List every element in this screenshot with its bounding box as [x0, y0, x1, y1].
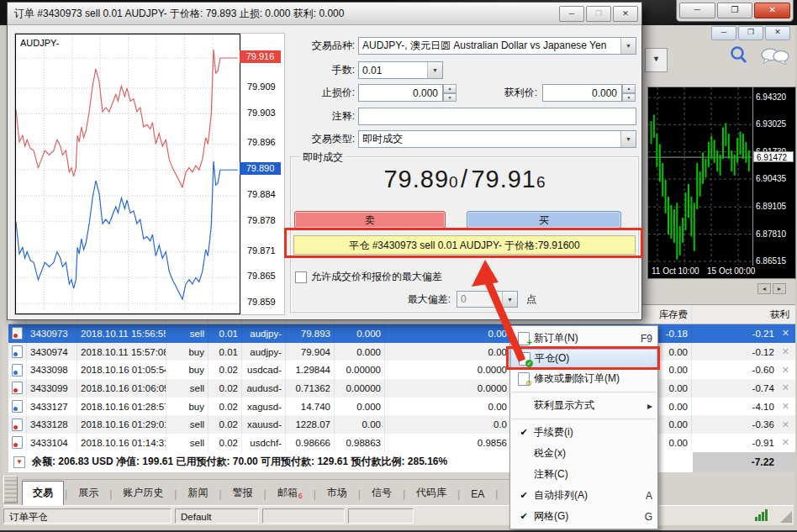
tab-label: 新闻	[187, 487, 208, 498]
profit-value: -0.21	[752, 329, 774, 339]
tab-邮箱[interactable]: 邮箱6	[267, 482, 313, 505]
order-type-select[interactable]: 即时成交▼	[358, 130, 636, 148]
take-profit-stepper[interactable]: ▲▼	[622, 84, 636, 102]
order-row[interactable]: 34330992018.10.16 01:06:05sell0.02audusd…	[8, 379, 795, 398]
menu-item-税金(x)[interactable]: 税金(x)	[510, 443, 657, 464]
tick-chart: AUDJPY- 79.91679.90979.90379.89679.89079…	[14, 33, 285, 315]
order-type-icon	[8, 324, 27, 343]
order-type: sell	[166, 324, 208, 343]
dialog-title-bar[interactable]: 订单 #3430973 sell 0.01 AUDJPY- 于价格: 79.89…	[8, 3, 641, 25]
scroll-right-button[interactable]: ►	[773, 283, 786, 294]
tab-信号[interactable]: 信号	[362, 482, 402, 505]
order-lots: 0.01	[208, 324, 242, 343]
header-profit[interactable]: 获利	[692, 305, 794, 324]
order-lots: 0.02	[208, 398, 242, 416]
order-type: sell	[166, 415, 208, 434]
order-row[interactable]: 34331282018.10.16 01:29:01sell0.02xauusd…	[8, 415, 795, 434]
tab-新闻[interactable]: 新闻	[177, 482, 218, 505]
highlight-rect-menu-item	[506, 346, 660, 370]
buy-dot-icon	[13, 371, 18, 375]
scroll-left-button[interactable]: ◄	[757, 283, 771, 294]
icon-badge: +	[527, 337, 532, 347]
close-position-icon[interactable]: ✕	[782, 382, 789, 393]
search-icon[interactable]	[728, 45, 752, 68]
tab-separator: |	[495, 488, 498, 500]
stop-loss-input[interactable]: 0.000	[358, 84, 443, 102]
terminal-panel-grip[interactable]	[3, 476, 18, 503]
menu-item-修改或删除订单(M)[interactable]: ⚙修改或删除订单(M)	[510, 368, 657, 389]
order-price: 1.29844	[286, 361, 335, 379]
order-order: 3433104	[27, 434, 77, 452]
order-sl: 0.000	[335, 398, 385, 416]
order-symbol: xauusd-	[242, 415, 286, 434]
chevron-down-icon: ▼	[502, 292, 517, 307]
menu-item-获利显示方式[interactable]: 获利显示方式▸	[510, 395, 657, 416]
chart-minimize-button[interactable]: ─	[711, 26, 736, 40]
order-sl: 0.00000	[335, 379, 385, 398]
chat-bubbles-icon[interactable]	[758, 46, 792, 68]
order-type: buy	[166, 343, 208, 361]
order-profit: -0.60✕	[692, 361, 794, 379]
tab-展示[interactable]: 展示	[68, 482, 108, 505]
order-row[interactable]: 34331042018.10.16 01:14:31sell0.02usdchf…	[8, 434, 795, 452]
order-type: buy	[166, 361, 208, 379]
order-row[interactable]: 34309732018.10.11 15:56:55sell0.01audjpy…	[8, 324, 795, 343]
deviation-unit-label: 点	[526, 292, 536, 307]
order-row[interactable]: 34309742018.10.11 15:57:08buy0.01audjpy-…	[8, 343, 795, 361]
dialog-minimize-button[interactable]: ─	[559, 6, 584, 22]
close-position-icon[interactable]: ✕	[782, 419, 789, 430]
menu-item-网格(G)[interactable]: ✔网格(G)G	[510, 506, 657, 527]
close-position-icon[interactable]: ✕	[782, 437, 789, 448]
menu-item-注释(C)[interactable]: 注释(C)	[510, 464, 657, 485]
order-type-icon	[8, 434, 27, 452]
close-position-icon[interactable]: ✕	[782, 365, 789, 376]
profit-value: -0.12	[752, 347, 774, 357]
dialog-close-button[interactable]: ✕	[613, 6, 638, 22]
buy-button[interactable]: 买	[467, 211, 621, 229]
order-row[interactable]: 34331272018.10.16 01:28:57buy0.02xagusd-…	[8, 398, 795, 416]
tab-交易[interactable]: 交易	[22, 481, 64, 505]
volume-select[interactable]: 0.01▼	[358, 61, 443, 79]
tab-label: 交易	[33, 487, 53, 498]
close-position-icon[interactable]: ✕	[782, 328, 789, 339]
tab-账户历史[interactable]: 账户历史	[113, 482, 173, 505]
order-profit: -0.74✕	[692, 379, 794, 398]
order-order: 3430974	[27, 343, 77, 361]
chart-restore-button[interactable]: ❐	[738, 26, 763, 40]
checkmark-icon: ✔	[520, 427, 527, 438]
take-profit-input[interactable]: 0.000	[542, 84, 622, 102]
tab-EA[interactable]: EA	[461, 484, 494, 505]
order-price: 0.71362	[286, 379, 335, 398]
close-button[interactable]: ✕	[754, 3, 790, 18]
tab-警报[interactable]: 警报	[223, 482, 263, 505]
deviation-checkbox[interactable]	[295, 271, 307, 283]
status-bar: 订单平仓Default	[3, 505, 794, 525]
order-row[interactable]: 34330982018.10.16 01:05:54buy0.02usdcad-…	[8, 361, 795, 379]
stop-loss-stepper[interactable]: ▲▼	[443, 84, 457, 102]
chart-close-button[interactable]: ✕	[765, 26, 790, 40]
mt4-application: ─ ❐ ✕ ─ ❐ ✕ ▼ 6.943206.930256.917306.904…	[0, 0, 797, 532]
close-position-icon[interactable]: ✕	[782, 346, 789, 357]
toolbar-dropdown-button[interactable]: ▼	[645, 48, 668, 72]
tab-代码库[interactable]: 代码库	[406, 482, 457, 505]
menu-shortcut: F9	[641, 333, 652, 345]
menu-item-自动排列(A)[interactable]: ✔自动排列(A)A	[510, 485, 657, 506]
minimize-button[interactable]: ─	[679, 3, 715, 18]
time-axis: 11 Oct 10:0015 Oct 00:00	[648, 266, 795, 278]
ask-price-tag: 79.916	[240, 50, 281, 63]
order-doc-icon	[12, 419, 23, 431]
close-position-icon[interactable]: ✕	[782, 401, 789, 412]
menu-item-手续费(i)[interactable]: ✔手续费(i)	[510, 422, 657, 443]
maximize-button[interactable]: ❐	[717, 3, 753, 18]
time-axis-label: 15 Oct 00:00	[707, 266, 755, 276]
order-symbol: audjpy-	[242, 343, 286, 361]
orders-table: 库存费获利 34309732018.10.11 15:56:55sell0.01…	[8, 304, 795, 472]
tab-市场[interactable]: 市场	[317, 482, 357, 505]
comment-input[interactable]	[358, 108, 636, 125]
sell-button[interactable]: 卖	[294, 211, 446, 229]
menu-label: 新订单(N)	[534, 331, 636, 345]
profit-value: -0.91	[752, 438, 774, 448]
symbol-select[interactable]: AUDJPY-, 澳元日圆 Australian Dollar vs Japan…	[358, 37, 636, 55]
order-order: 3433099	[27, 379, 77, 398]
price-scale-label: 6.87810	[756, 229, 786, 239]
